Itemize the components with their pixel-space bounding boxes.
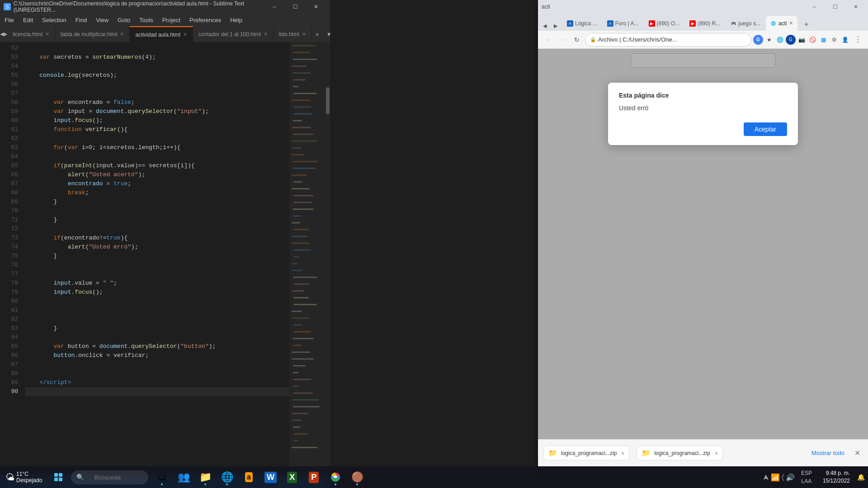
taskbar-app-explorer[interactable]: 🗂 <box>152 467 172 487</box>
browser-tab-label: juego s... <box>738 20 760 27</box>
tab-prev-button[interactable]: ◀ <box>0 26 4 42</box>
tray-network-icon[interactable]: 📶 <box>771 473 780 482</box>
ext-icon-other[interactable]: ⚙ <box>829 35 839 45</box>
minimize-button[interactable]: – <box>264 0 285 14</box>
browser-minimize-btn[interactable]: – <box>804 0 825 14</box>
close-button[interactable]: ✕ <box>306 0 326 14</box>
menu-file[interactable]: File <box>0 14 19 26</box>
show-all-downloads-button[interactable]: Mostrar todo <box>811 450 844 456</box>
browser-tab-logica[interactable]: A Lógica ... <box>562 16 602 31</box>
browser-tab-close-acti[interactable]: ✕ <box>789 20 793 26</box>
taskbar-app-ppt[interactable]: P <box>304 467 324 487</box>
ext-icon-camera[interactable]: 📷 <box>797 35 807 45</box>
menu-edit[interactable]: Edit <box>19 14 38 26</box>
menu-tools[interactable]: Tools <box>135 14 157 26</box>
download-chevron-2[interactable]: ∧ <box>715 450 718 455</box>
menu-goto[interactable]: Goto <box>113 14 135 26</box>
taskbar-weather[interactable]: 🌤 11°C Despejado <box>0 471 47 483</box>
browser-menu-button[interactable]: ⋮ <box>852 33 864 46</box>
excel-icon: X <box>287 472 297 483</box>
downloads-close-button[interactable]: ✕ <box>852 448 863 459</box>
taskbar-search[interactable]: 🔍 <box>71 470 148 484</box>
keyboard-layout[interactable]: ESPLAA <box>797 469 816 485</box>
ext-icon-venmo[interactable]: ▩ <box>818 35 828 45</box>
start-button[interactable] <box>47 466 69 488</box>
taskbar-clock[interactable]: 9:48 p. m. 15/12/2022 <box>819 469 854 485</box>
tab-close-licencia[interactable]: ✕ <box>45 31 49 37</box>
taskbar-app-excel[interactable]: X <box>282 467 302 487</box>
taskbar-app-other[interactable]: 🟤 <box>347 467 367 487</box>
tray-wifi-icon[interactable]: 〈 <box>782 473 784 481</box>
browser-tab-juego[interactable]: 🎮 juego s... <box>726 16 765 31</box>
tab-label: tabla de multiplicar.html <box>61 31 117 38</box>
alert-accept-button[interactable]: Aceptar <box>744 122 787 136</box>
tab-close-lido[interactable]: ✕ <box>302 31 306 37</box>
tab-contador[interactable]: contador del 1 al 100.html ✕ <box>193 26 274 42</box>
ext-icon-translate2[interactable]: G <box>786 35 796 45</box>
browser-tab-add[interactable]: + <box>800 18 813 31</box>
tab-lido[interactable]: lido.html ✕ <box>274 26 312 42</box>
browser-tab-next[interactable]: ▶ <box>551 21 561 31</box>
minimap[interactable] <box>289 42 326 475</box>
tab-add-button[interactable]: + <box>312 31 323 38</box>
menu-selection[interactable]: Selection <box>38 14 71 26</box>
browser-tab-yt2[interactable]: ▶ (890) R... <box>685 16 725 31</box>
ext-icon-bookmark[interactable]: ★ <box>764 35 774 45</box>
tab-licencia[interactable]: licencia.html ✕ <box>7 26 55 42</box>
browser-tab-yt1[interactable]: ▶ (890) O... <box>644 16 684 31</box>
browser-tab-foro[interactable]: A Foro | A... <box>603 16 643 31</box>
tab-close-tabla[interactable]: ✕ <box>120 31 124 37</box>
tray-sound-icon[interactable]: 🔊 <box>786 473 795 482</box>
browser-window: acti – ☐ ✕ ◀ ▶ A Lógica ... A Foro | A..… <box>538 0 868 466</box>
download-chevron-1[interactable]: ∧ <box>621 450 624 455</box>
ext-icon-shield[interactable]: 🚫 <box>807 35 817 45</box>
word-icon: W <box>264 472 277 483</box>
menu-help[interactable]: Help <box>226 14 247 26</box>
taskbar-app-filemgr[interactable]: 📁 <box>195 467 215 487</box>
menu-preferences[interactable]: Preferences <box>185 14 226 26</box>
menu-view[interactable]: View <box>91 14 113 26</box>
taskbar-app-chrome[interactable] <box>326 467 345 487</box>
browser-back-btn[interactable]: ← <box>542 33 554 46</box>
download-label-1: logica_programaci...zip <box>561 450 617 456</box>
scrollbar-thumb[interactable] <box>326 87 330 114</box>
tab-next-button[interactable]: ▶ <box>4 26 7 42</box>
taskbar-time: 9:48 p. m. <box>823 469 850 477</box>
browser-address-bar[interactable]: 🔒 Archivo | C:/Users/chris/One... <box>585 33 751 47</box>
tray-up-arrow[interactable]: ⮝ <box>763 474 769 481</box>
browser-tab-prev[interactable]: ◀ <box>540 21 550 31</box>
vertical-scrollbar[interactable] <box>326 42 330 475</box>
maximize-button[interactable]: ☐ <box>285 0 306 14</box>
search-input[interactable] <box>89 472 143 483</box>
code-content[interactable]: var secretos = sortearNumeros(4); consol… <box>22 42 289 475</box>
ext-icon-translate[interactable]: 🌐 <box>775 35 785 45</box>
tab-list-button[interactable]: ▼ <box>323 31 335 38</box>
tab-close-contador[interactable]: ✕ <box>264 31 268 37</box>
ext-icon-google[interactable]: G <box>753 35 763 45</box>
taskbar-app-word[interactable]: W <box>260 467 280 487</box>
chrome-icon <box>330 472 340 482</box>
taskbar-app-amazon[interactable]: a <box>239 467 259 487</box>
browser-tab-label: (890) O... <box>657 20 680 27</box>
tab-tabla[interactable]: tabla de multiplicar.html ✕ <box>55 26 130 42</box>
menu-find[interactable]: Find <box>71 14 91 26</box>
browser-close-btn[interactable]: ✕ <box>845 0 866 14</box>
browser-tab-acti[interactable]: 🌐 acti ✕ <box>766 16 797 31</box>
download-label-2: logica_programaci...zip <box>654 450 710 456</box>
taskbar-app-edge[interactable]: 🌐 <box>217 467 237 487</box>
tab-close-actividad[interactable]: ✕ <box>183 32 187 38</box>
browser-maximize-btn[interactable]: ☐ <box>825 0 845 14</box>
notification-button[interactable]: 🔔 <box>854 466 868 488</box>
download-chip-2[interactable]: 📁 logica_programaci...zip ∧ <box>637 446 722 460</box>
browser-refresh-btn[interactable]: ↻ <box>571 33 583 46</box>
browser-extensions: G ★ 🌐 G 📷 🚫 ▩ ⚙ 👤 <box>753 35 850 45</box>
browser-title: acti <box>540 4 804 10</box>
menu-project[interactable]: Project <box>158 14 185 26</box>
browser-forward-btn[interactable]: → <box>556 33 569 46</box>
download-chip-1[interactable]: 📁 logica_programaci...zip ∧ <box>543 446 629 460</box>
ext-icon-user[interactable]: 👤 <box>840 35 850 45</box>
tab-actividad[interactable]: actividad aula.html ✕ <box>130 26 193 42</box>
browser-tab-icon-foro: A <box>607 20 613 27</box>
file-mgr-icon: 📁 <box>199 471 212 483</box>
taskbar-app-teams[interactable]: 👥 <box>174 467 193 487</box>
